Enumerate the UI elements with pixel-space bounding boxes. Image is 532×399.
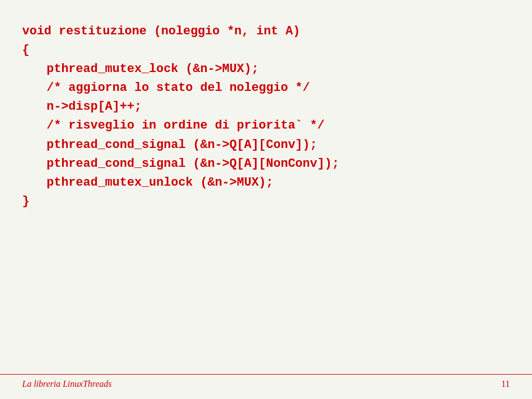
code-block: void restituzione (noleggio *n, int A) {…	[22, 22, 510, 211]
code-line-5: n->disp[A]++;	[22, 98, 510, 116]
footer-page-number: 11	[502, 379, 510, 389]
slide: void restituzione (noleggio *n, int A) {…	[0, 0, 532, 399]
footer: La libreria LinuxThreads 11	[0, 374, 532, 389]
code-line-7: pthread_cond_signal (&n->Q[A][Conv]);	[22, 136, 510, 155]
code-line-9: pthread_mutex_unlock (&n->MUX);	[22, 173, 510, 192]
code-line-3: pthread_mutex_lock (&n->MUX);	[22, 60, 510, 79]
code-line-1: void restituzione (noleggio *n, int A)	[22, 22, 510, 41]
code-line-2: {	[22, 41, 510, 60]
code-line-4: /* aggiorna lo stato del noleggio */	[22, 79, 510, 98]
footer-title: La libreria LinuxThreads	[22, 379, 112, 389]
code-line-6: /* risveglio in ordine di priorita` */	[22, 116, 510, 135]
code-line-8: pthread_cond_signal (&n->Q[A][NonConv]);	[22, 155, 510, 173]
code-line-10: }	[22, 192, 510, 211]
